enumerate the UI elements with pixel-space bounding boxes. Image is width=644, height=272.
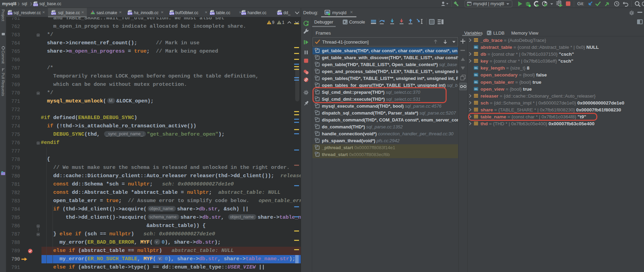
svg-text:C++: C++ [241, 12, 246, 15]
svg-text:C++: C++ [33, 4, 38, 6]
svg-text:01: 01 [475, 81, 478, 84]
svg-text:C++: C++ [210, 12, 214, 15]
svg-text:C++: C++ [128, 12, 132, 15]
svg-text:01: 01 [475, 66, 478, 70]
svg-text:C++: C++ [277, 12, 282, 15]
svg-text:01: 01 [475, 73, 478, 76]
svg-text:01: 01 [475, 88, 478, 91]
svg-text:C++: C++ [8, 12, 12, 15]
svg-text:C++: C++ [51, 12, 56, 15]
svg-text:C++: C++ [169, 12, 174, 15]
svg-text:01: 01 [475, 46, 478, 49]
